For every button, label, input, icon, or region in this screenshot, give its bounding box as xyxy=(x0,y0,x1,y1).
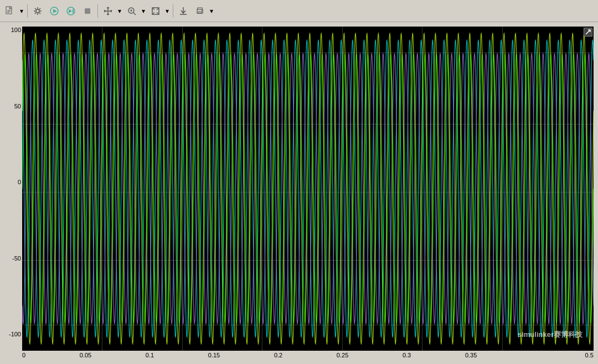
x-label-025: 0.25 xyxy=(337,352,348,358)
toolbar: ▾ ▾ xyxy=(0,0,598,22)
x-label-0: 0 xyxy=(22,352,25,358)
waveform-svg xyxy=(22,27,594,351)
plot-main-area: 100 50 0 -50 -100 xyxy=(0,22,598,351)
zoom-dropdown[interactable]: ▾ xyxy=(124,3,147,19)
zoom-button[interactable] xyxy=(124,3,140,19)
file-icon xyxy=(5,6,15,16)
move-button[interactable] xyxy=(100,3,116,19)
print-icon xyxy=(195,6,205,16)
fit-dropdown[interactable]: ▾ xyxy=(148,3,171,19)
x-label-035: 0.35 xyxy=(465,352,477,358)
file-menu-btn[interactable] xyxy=(2,3,18,19)
y-label-50: 50 xyxy=(14,103,21,110)
fit-icon xyxy=(151,6,161,16)
play-button[interactable] xyxy=(47,3,62,19)
play-icon xyxy=(49,6,59,16)
file-dropdown[interactable]: ▾ xyxy=(2,3,25,19)
sep2 xyxy=(97,4,98,18)
corner-arrow-icon xyxy=(585,29,591,35)
plot-canvas[interactable]: simulinker赛博科技 xyxy=(22,27,594,351)
fit-dropdown-arrow[interactable]: ▾ xyxy=(164,3,171,19)
x-label-02: 0.2 xyxy=(274,352,282,358)
svg-rect-9 xyxy=(73,9,74,13)
svg-line-12 xyxy=(133,13,136,15)
stop-button[interactable] xyxy=(80,3,95,19)
print-button[interactable] xyxy=(192,3,208,19)
sep3 xyxy=(173,4,173,18)
settings-button[interactable] xyxy=(30,3,45,19)
y-label-100: 100 xyxy=(11,27,21,33)
y-axis: 100 50 0 -50 -100 xyxy=(0,22,22,351)
y-label-neg100: -100 xyxy=(9,331,21,337)
step-button[interactable] xyxy=(63,3,79,19)
x-axis-labels: 0 0.05 0.1 0.15 0.2 0.25 0.3 0.35 0.5 xyxy=(22,352,598,358)
x-label-015: 0.15 xyxy=(208,352,220,358)
x-axis: 0 0.05 0.1 0.15 0.2 0.25 0.3 0.35 0.5 xyxy=(0,351,598,364)
y-label-neg50: -50 xyxy=(12,255,21,262)
fit-button[interactable] xyxy=(148,3,163,19)
gear-icon xyxy=(33,6,43,16)
x-label-005: 0.05 xyxy=(80,352,91,358)
sep1 xyxy=(27,4,28,18)
svg-marker-8 xyxy=(69,9,72,13)
print-dropdown-arrow[interactable]: ▾ xyxy=(208,3,215,19)
stop-icon xyxy=(83,6,92,16)
svg-rect-3 xyxy=(7,12,9,13)
svg-rect-1 xyxy=(7,10,11,11)
svg-point-19 xyxy=(202,10,203,11)
zoom-dropdown-arrow[interactable]: ▾ xyxy=(140,3,147,19)
corner-zoom-button[interactable] xyxy=(584,28,592,37)
save-button[interactable] xyxy=(176,3,191,19)
svg-rect-2 xyxy=(7,11,11,12)
move-icon xyxy=(103,6,113,16)
move-dropdown[interactable]: ▾ xyxy=(100,3,123,19)
x-label-05: 0.5 xyxy=(585,352,594,358)
save-icon xyxy=(178,6,188,16)
file-dropdown-arrow[interactable]: ▾ xyxy=(18,3,25,19)
print-dropdown[interactable]: ▾ xyxy=(192,3,215,19)
svg-rect-10 xyxy=(85,8,90,14)
svg-marker-6 xyxy=(53,9,57,13)
svg-point-4 xyxy=(36,9,39,13)
zoom-icon xyxy=(127,6,137,16)
step-icon xyxy=(66,6,76,16)
x-label-03: 0.3 xyxy=(403,352,411,358)
y-label-0: 0 xyxy=(18,179,21,185)
plot-container[interactable]: simulinker赛博科技 xyxy=(22,22,598,351)
move-dropdown-arrow[interactable]: ▾ xyxy=(116,3,123,19)
x-label-01: 0.1 xyxy=(146,352,154,358)
svg-rect-18 xyxy=(198,12,202,13)
